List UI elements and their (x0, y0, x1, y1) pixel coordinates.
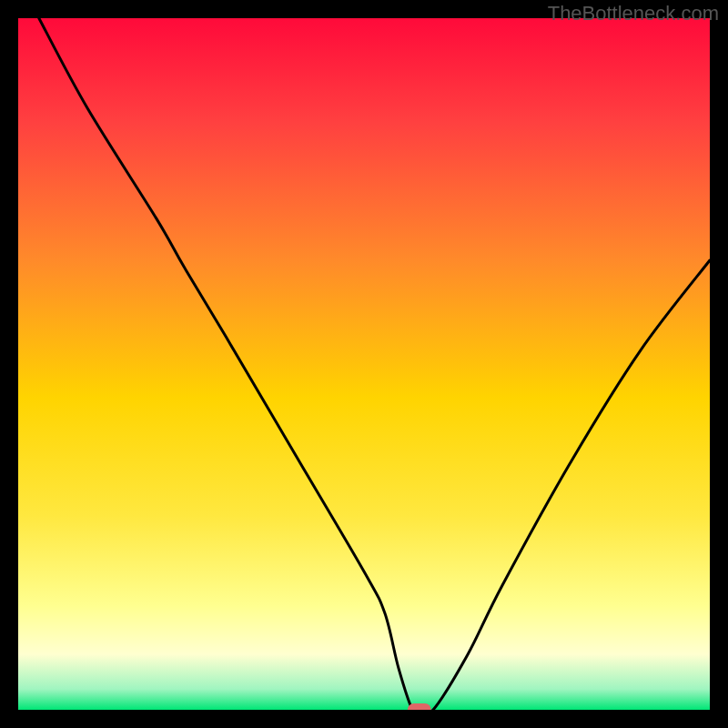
bottleneck-chart (0, 0, 728, 728)
chart-container: TheBottleneck.com (0, 0, 728, 728)
chart-background (18, 18, 710, 710)
watermark-text: TheBottleneck.com (548, 2, 719, 25)
